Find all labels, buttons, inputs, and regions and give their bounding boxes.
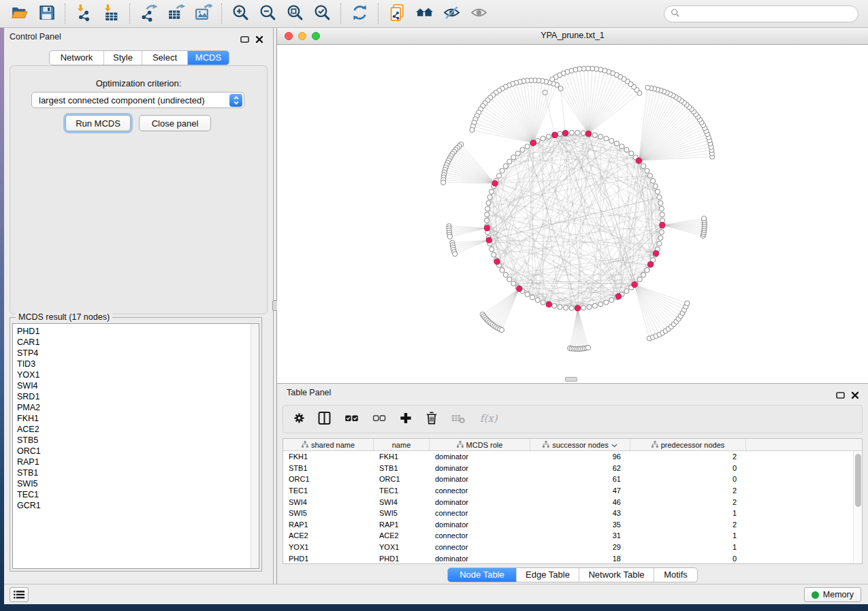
mcds-node-item[interactable]: SRD1 (17, 391, 259, 402)
new-network-from-selection-button[interactable] (383, 2, 411, 25)
show-all-button[interactable] (465, 2, 492, 25)
first-neighbors-icon (415, 3, 434, 24)
main-toolbar (0, 0, 868, 28)
tab-mcds[interactable]: MCDS (187, 51, 229, 65)
table-row[interactable]: RAP1RAP1dominator352 (283, 519, 862, 531)
mcds-node-item[interactable]: TID3 (17, 359, 259, 369)
tab-node-table[interactable]: Node Table (448, 568, 516, 582)
open-session-button[interactable] (5, 2, 33, 25)
fx-icon: f(x) (478, 410, 501, 428)
delete-table-button (450, 410, 467, 428)
show-columns-button[interactable] (317, 410, 332, 428)
table-cell: 31 (530, 531, 630, 540)
tab-network-table[interactable]: Network Table (579, 568, 654, 582)
float-panel-icon[interactable] (240, 34, 250, 42)
mcds-node-item[interactable]: GCR1 (17, 500, 259, 511)
mcds-node-item[interactable]: CAR1 (17, 337, 259, 348)
save-session-button[interactable] (33, 2, 60, 25)
mcds-node-item[interactable]: STB1 (17, 467, 259, 478)
column-header-name[interactable]: name (374, 439, 430, 450)
optimization-criterion-label: Optimization criterion: (10, 78, 267, 88)
tab-edge-table[interactable]: Edge Table (516, 568, 579, 582)
table-scrollbar-thumb[interactable] (855, 454, 861, 507)
run-mcds-button[interactable]: Run MCDS (65, 115, 131, 131)
select-all-rows-button[interactable] (343, 410, 360, 428)
apply-function-button: f(x) (478, 410, 501, 428)
criterion-select-value: largest connected component (undirected) (39, 95, 205, 105)
mcds-node-item[interactable]: PHD1 (17, 326, 259, 337)
mcds-node-item[interactable]: YOX1 (17, 369, 259, 380)
mcds-node-item[interactable]: ACE2 (17, 424, 259, 435)
memory-button[interactable]: Memory (804, 587, 861, 602)
close-panel-icon[interactable] (255, 34, 264, 42)
zoom-selected-button[interactable] (308, 2, 336, 25)
network-graph[interactable] (277, 45, 868, 383)
mcds-node-item[interactable]: TEC1 (17, 489, 259, 500)
column-header-mcds-role[interactable]: MCDS role (430, 439, 530, 450)
tab-motifs[interactable]: Motifs (654, 568, 697, 582)
mcds-node-item[interactable]: STP4 (17, 348, 259, 359)
mcds-list-scrollbar[interactable] (251, 324, 259, 568)
tab-network[interactable]: Network (50, 51, 103, 65)
table-row[interactable]: ORC1ORC1dominator610 (283, 474, 862, 485)
delete-columns-button[interactable] (424, 410, 439, 428)
table-row[interactable]: STB1STB1dominator620 (283, 463, 862, 474)
show-panels-menu-button[interactable] (10, 587, 29, 602)
status-bar: Memory (4, 584, 868, 604)
tab-style[interactable]: Style (103, 51, 142, 65)
add-column-button[interactable] (398, 410, 413, 428)
horizontal-splitter-grip[interactable] (565, 377, 577, 382)
tab-select[interactable]: Select (142, 51, 187, 65)
float-table-panel-icon[interactable] (836, 390, 846, 398)
network-window-titlebar[interactable]: YPA_prune.txt_1 (277, 28, 868, 45)
first-neighbors-button[interactable] (411, 2, 438, 25)
mcds-result-box: MCDS result (17 nodes) PHD1CAR1STP4TID3Y… (10, 317, 262, 572)
close-panel-button[interactable]: Close panel (139, 115, 211, 131)
apply-layout-button[interactable] (346, 2, 373, 25)
table-row[interactable]: TEC1TEC1connector472 (283, 485, 862, 497)
table-row[interactable]: ACE2ACE2connector311 (283, 530, 862, 542)
table-settings-button[interactable] (293, 410, 306, 428)
column-header-shared-name[interactable]: shared name (283, 439, 374, 450)
search-input[interactable] (684, 10, 852, 19)
table-cell: YOX1 (283, 543, 374, 551)
mcds-node-item[interactable]: RAP1 (17, 457, 259, 467)
fit-content-button[interactable] (281, 2, 308, 25)
import-network-button[interactable] (70, 2, 97, 25)
zoom-out-button[interactable] (254, 2, 281, 25)
import-table-button[interactable] (97, 2, 125, 25)
network-canvas[interactable] (277, 45, 868, 383)
export-image-button[interactable] (189, 2, 216, 25)
criterion-select[interactable]: largest connected component (undirected) (31, 92, 244, 108)
table-cell: 1 (630, 543, 746, 551)
close-table-panel-icon[interactable] (850, 390, 860, 398)
toolbar-separator (129, 3, 130, 24)
mcds-node-item[interactable]: PMA2 (17, 402, 259, 413)
column-header-predecessor-nodes[interactable]: predecessor nodes (630, 439, 746, 450)
table-cell: 61 (530, 475, 630, 483)
export-table-button[interactable] (162, 2, 189, 25)
mcds-node-item[interactable]: STB5 (17, 435, 259, 446)
mcds-node-item[interactable]: ORC1 (17, 446, 259, 457)
deselect-all-rows-button[interactable] (371, 410, 387, 428)
mcds-node-item[interactable]: SWI4 (17, 380, 259, 391)
table-cell: 0 (630, 555, 746, 563)
export-network-button[interactable] (135, 2, 162, 25)
table-row[interactable]: YOX1YOX1connector291 (283, 542, 862, 553)
mcds-node-item[interactable]: SWI5 (17, 478, 259, 489)
table-cell: 43 (530, 509, 630, 517)
table-cell: YOX1 (374, 543, 430, 551)
zoom-in-button[interactable] (227, 2, 254, 25)
table-row[interactable]: SWI5SWI5connector431 (283, 508, 862, 519)
table-row[interactable]: SWI4SWI4dominator462 (283, 496, 862, 508)
hide-selected-button[interactable] (438, 2, 465, 25)
table-tabs: Node TableEdge TableNetwork TableMotifs (447, 567, 698, 582)
table-cell: dominator (430, 475, 530, 483)
table-cell: connector (430, 486, 530, 495)
search-box[interactable] (664, 5, 858, 22)
table-scrollbar[interactable] (853, 451, 862, 563)
mcds-node-item[interactable]: FKH1 (17, 413, 259, 424)
table-row[interactable]: FKH1FKH1dominator962 (283, 451, 862, 463)
table-row[interactable]: PHD1PHD1dominator180 (283, 552, 862, 564)
column-header-successor-nodes[interactable]: successor nodes (530, 439, 630, 450)
